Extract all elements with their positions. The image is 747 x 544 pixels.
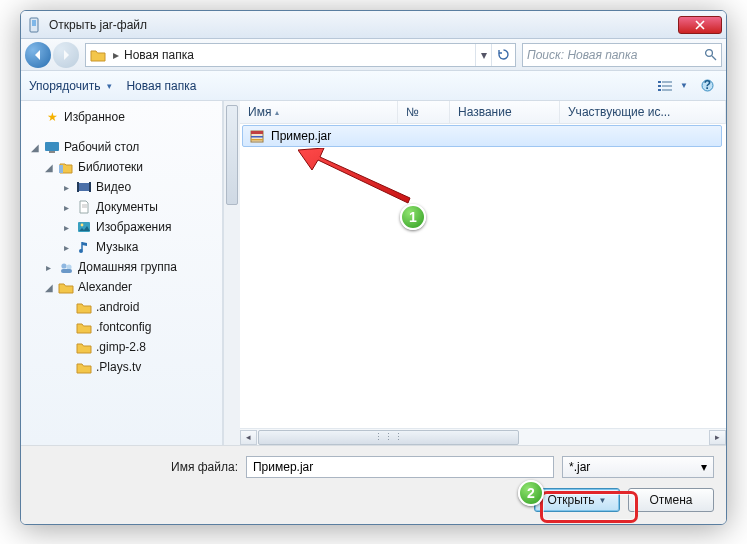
tree-folder-plays[interactable]: .Plays.tv [21, 357, 222, 377]
tree-folder-android[interactable]: .android [21, 297, 222, 317]
back-button[interactable] [25, 42, 51, 68]
address-bar[interactable]: ▸ Новая папка ▾ [85, 43, 516, 67]
refresh-button[interactable] [491, 44, 515, 66]
scroll-left-button[interactable]: ◂ [240, 430, 257, 445]
svg-rect-16 [77, 182, 79, 192]
tree-libraries[interactable]: ◢Библиотеки [21, 157, 222, 177]
svg-rect-14 [59, 165, 63, 173]
folder-icon [76, 299, 92, 315]
file-name: Пример.jar [271, 129, 331, 143]
svg-rect-8 [658, 89, 661, 91]
svg-rect-27 [251, 131, 263, 134]
desktop-icon [44, 139, 60, 155]
svg-rect-29 [251, 139, 263, 141]
video-icon [76, 179, 92, 195]
column-name[interactable]: Имя▴ [240, 101, 398, 123]
folder-icon [76, 359, 92, 375]
organize-button[interactable]: Упорядочить [29, 79, 112, 93]
dialog-footer: Имя файла: Пример.jar *.jar▾ Открыть▼ От… [21, 445, 726, 524]
svg-rect-17 [89, 182, 91, 192]
tree-folder-gimp[interactable]: .gimp-2.8 [21, 337, 222, 357]
svg-rect-1 [32, 20, 36, 26]
pictures-icon [76, 219, 92, 235]
tree-documents[interactable]: ▸Документы [21, 197, 222, 217]
svg-rect-25 [61, 269, 72, 273]
chevron-down-icon: ▾ [701, 460, 707, 474]
svg-point-22 [79, 249, 83, 253]
folder-icon [90, 48, 106, 62]
search-icon [704, 48, 717, 61]
title-bar: Открыть jar-файл [21, 11, 726, 39]
chevron-right-icon: ▸ [110, 48, 122, 62]
svg-rect-7 [662, 85, 672, 87]
music-icon [76, 239, 92, 255]
filename-label: Имя файла: [171, 460, 238, 474]
address-dropdown[interactable]: ▾ [475, 44, 491, 66]
svg-rect-5 [662, 81, 672, 83]
svg-rect-6 [658, 85, 661, 87]
svg-line-3 [712, 56, 716, 60]
svg-rect-12 [45, 142, 59, 151]
close-button[interactable] [678, 16, 722, 34]
view-dropdown-icon[interactable]: ▼ [680, 81, 688, 90]
folder-icon [76, 319, 92, 335]
search-placeholder: Поиск: Новая папка [527, 48, 704, 62]
homegroup-icon [58, 259, 74, 275]
column-number[interactable]: № [398, 101, 450, 123]
tree-pictures[interactable]: ▸Изображения [21, 217, 222, 237]
tree-scrollbar[interactable] [223, 101, 240, 445]
svg-rect-9 [662, 89, 672, 91]
open-button[interactable]: Открыть▼ [534, 488, 620, 512]
tree-user[interactable]: ◢Alexander [21, 277, 222, 297]
view-mode-button[interactable] [654, 76, 676, 96]
star-icon: ★ [44, 109, 60, 125]
search-input[interactable]: Поиск: Новая папка [522, 43, 722, 67]
cancel-button[interactable]: Отмена [628, 488, 714, 512]
open-file-dialog: Открыть jar-файл ▸ Новая папка ▾ Поиск: … [20, 10, 727, 525]
svg-point-2 [706, 50, 713, 57]
tree-folder-fontconfig[interactable]: .fontconfig [21, 317, 222, 337]
tree-favorites[interactable]: ★Избранное [21, 107, 222, 127]
filetype-filter[interactable]: *.jar▾ [562, 456, 714, 478]
svg-rect-28 [251, 136, 263, 138]
split-dropdown-icon[interactable]: ▼ [599, 496, 607, 505]
file-list-pane: Имя▴ № Название Участвующие ис... Пример… [240, 101, 726, 445]
column-headers: Имя▴ № Название Участвующие ис... [240, 101, 726, 124]
svg-point-21 [81, 224, 84, 227]
filename-input[interactable]: Пример.jar [246, 456, 554, 478]
toolbar: Упорядочить Новая папка ▼ ? [21, 71, 726, 101]
breadcrumb-item[interactable]: Новая папка [122, 48, 196, 62]
svg-rect-4 [658, 81, 661, 83]
horizontal-scrollbar[interactable]: ◂ ⋮⋮⋮ ▸ [240, 428, 726, 445]
svg-rect-15 [78, 183, 90, 191]
svg-rect-13 [49, 151, 55, 153]
tree-music[interactable]: ▸Музыка [21, 237, 222, 257]
navigation-bar: ▸ Новая папка ▾ Поиск: Новая папка [21, 39, 726, 71]
column-participants[interactable]: Участвующие ис... [560, 101, 726, 123]
tree-videos[interactable]: ▸Видео [21, 177, 222, 197]
forward-button[interactable] [53, 42, 79, 68]
navigation-tree: ★Избранное ◢Рабочий стол ◢Библиотеки ▸Ви… [21, 101, 223, 445]
scroll-right-button[interactable]: ▸ [709, 430, 726, 445]
svg-text:?: ? [703, 79, 710, 92]
file-row[interactable]: Пример.jar [242, 125, 722, 147]
tree-homegroup[interactable]: ▸Домашняя группа [21, 257, 222, 277]
archive-icon [249, 128, 265, 144]
svg-point-24 [66, 264, 71, 269]
user-folder-icon [58, 279, 74, 295]
column-title[interactable]: Название [450, 101, 560, 123]
app-icon [27, 17, 43, 33]
svg-point-23 [61, 263, 66, 268]
sort-indicator-icon: ▴ [275, 108, 279, 117]
document-icon [76, 199, 92, 215]
window-title: Открыть jar-файл [49, 18, 678, 32]
libraries-icon [58, 159, 74, 175]
tree-desktop[interactable]: ◢Рабочий стол [21, 137, 222, 157]
folder-icon [76, 339, 92, 355]
help-button[interactable]: ? [696, 76, 718, 96]
new-folder-button[interactable]: Новая папка [126, 79, 196, 93]
